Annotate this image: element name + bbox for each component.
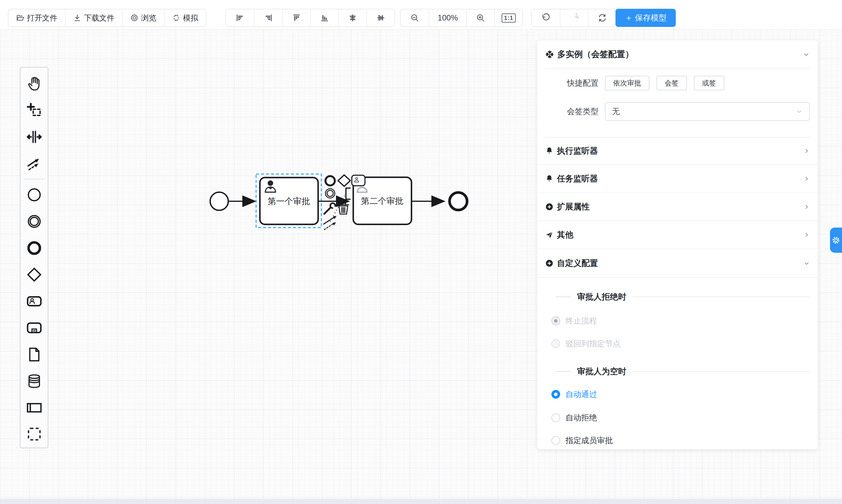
radio-selected[interactable]	[551, 390, 560, 399]
save-model-button[interactable]: ＋保存模型	[615, 9, 676, 27]
append-text-annotation-icon[interactable]	[346, 188, 350, 199]
section-label: 执行监听器	[557, 145, 800, 157]
pool-icon	[25, 399, 43, 416]
task-label: 第二个审批	[361, 196, 404, 205]
create-end-event[interactable]	[20, 235, 48, 262]
plus-circle-icon	[545, 202, 554, 211]
hand-tool[interactable]	[20, 71, 48, 97]
quick-option-countersign[interactable]: 会签	[656, 76, 687, 90]
zoom-reset-icon: 1:1	[502, 14, 516, 22]
lasso-icon	[26, 102, 42, 119]
start-event-node[interactable]	[210, 192, 228, 210]
append-end-event-icon[interactable]	[326, 176, 335, 185]
create-user-task[interactable]	[20, 288, 48, 314]
zoom-in-button[interactable]	[466, 10, 494, 26]
align-right-button[interactable]	[254, 10, 282, 26]
sign-type-select[interactable]: 无	[605, 102, 810, 121]
align-center-horizontal-button[interactable]	[338, 10, 366, 26]
append-intermediate-event-icon[interactable]	[326, 189, 335, 198]
change-type-wrench-icon[interactable]	[324, 202, 336, 214]
connect-tool-icon[interactable]	[324, 216, 337, 230]
create-intermediate-event[interactable]	[20, 208, 48, 235]
bottom-scrollbar-track[interactable]	[0, 499, 842, 504]
quick-option-orsign[interactable]: 或签	[694, 76, 724, 90]
user-task-1[interactable]: 第一个审批	[260, 178, 318, 224]
section-other[interactable]: 其他	[537, 221, 818, 249]
radio-assign-member[interactable]: 指定成员审批	[537, 432, 818, 449]
palette-divider	[24, 179, 45, 179]
radio-selected-disabled[interactable]	[551, 317, 560, 325]
align-left-button[interactable]	[226, 10, 254, 26]
append-user-task-icon[interactable]	[352, 175, 365, 186]
radio-disabled[interactable]	[551, 339, 560, 348]
redo-button[interactable]	[560, 10, 588, 26]
align-right-icon	[264, 14, 273, 22]
section-label: 扩展属性	[557, 201, 800, 212]
sign-type-value: 无	[612, 106, 796, 117]
connect-tool[interactable]	[20, 150, 48, 177]
chevron-right-icon	[803, 203, 810, 210]
radio-return-to-node[interactable]: 驳回到指定节点	[537, 335, 818, 353]
create-gateway[interactable]	[20, 261, 48, 288]
section-label: 其他	[557, 229, 800, 240]
create-start-event[interactable]	[20, 182, 48, 208]
zoom-out-button[interactable]	[401, 10, 429, 26]
download-file-label: 下载文件	[84, 13, 115, 23]
open-file-button[interactable]: 打开文件	[8, 10, 65, 26]
space-tool[interactable]	[20, 124, 48, 150]
align-top-button[interactable]	[282, 10, 310, 26]
panel-header[interactable]: 多实例（会签配置）	[537, 40, 818, 68]
simulate-button[interactable]: 模拟	[164, 10, 206, 26]
zoom-level: 100%	[429, 10, 466, 26]
quick-option-sequential[interactable]: 依次审批	[605, 76, 649, 90]
undo-button[interactable]	[532, 10, 560, 26]
download-file-button[interactable]: 下载文件	[65, 10, 122, 26]
element-palette	[20, 67, 48, 448]
file-actions-group: 打开文件 下载文件 浏览 模拟	[8, 9, 206, 27]
section-extended-properties[interactable]: 扩展属性	[537, 193, 818, 221]
lasso-tool[interactable]	[20, 97, 48, 124]
create-subprocess[interactable]	[20, 314, 48, 341]
radio-auto-pass[interactable]: 自动通过	[537, 385, 818, 403]
gear-icon	[832, 236, 840, 244]
zoom-in-icon	[476, 14, 485, 22]
section-task-listener[interactable]: 任务监听器	[537, 165, 818, 193]
section-execution-listener[interactable]: 执行监听器	[537, 138, 818, 165]
redo-icon	[569, 13, 579, 22]
zoom-reset-button[interactable]: 1:1	[494, 10, 522, 26]
radio-terminate-process[interactable]: 终止流程	[537, 312, 818, 330]
align-middle-vertical-button[interactable]	[366, 10, 394, 26]
refresh-button[interactable]	[588, 10, 616, 26]
settings-tab[interactable]	[830, 228, 842, 253]
quick-config-row: 快捷配置 依次审批 会签 或签	[537, 76, 818, 90]
reject-group-title: 审批人拒绝时	[577, 291, 626, 303]
create-participant-pool[interactable]	[20, 394, 48, 421]
properties-panel: 多实例（会签配置） 快捷配置 依次审批 会签 或签 会签类型 无	[537, 40, 818, 449]
end-event-node[interactable]	[450, 193, 467, 210]
preview-button[interactable]: 浏览	[122, 10, 164, 26]
chip-icon	[172, 14, 180, 22]
start-event-icon	[26, 187, 42, 203]
align-group	[225, 9, 395, 27]
create-data-object[interactable]	[20, 341, 48, 368]
align-left-icon	[235, 14, 244, 22]
create-data-store[interactable]	[20, 368, 48, 394]
section-label: 任务监听器	[557, 173, 800, 184]
radio-label: 终止流程	[565, 316, 597, 326]
align-top-icon	[292, 14, 301, 22]
chevron-down-icon	[796, 108, 803, 115]
create-group[interactable]	[20, 421, 48, 448]
radio-label: 自动拒绝	[565, 412, 597, 423]
align-bottom-button[interactable]	[310, 10, 338, 26]
sign-type-label: 会签类型	[537, 106, 598, 117]
radio-unselected[interactable]	[551, 413, 560, 422]
hand-icon	[26, 75, 42, 92]
delete-trash-icon[interactable]	[338, 203, 349, 214]
chevron-down-icon[interactable]	[803, 51, 810, 58]
radio-unselected[interactable]	[551, 436, 560, 445]
open-file-label: 打开文件	[27, 13, 57, 23]
section-label: 自定义配置	[557, 258, 800, 269]
section-custom-config[interactable]: 自定义配置	[537, 249, 818, 278]
append-gateway-icon[interactable]	[338, 175, 350, 186]
radio-auto-reject[interactable]: 自动拒绝	[537, 409, 818, 427]
